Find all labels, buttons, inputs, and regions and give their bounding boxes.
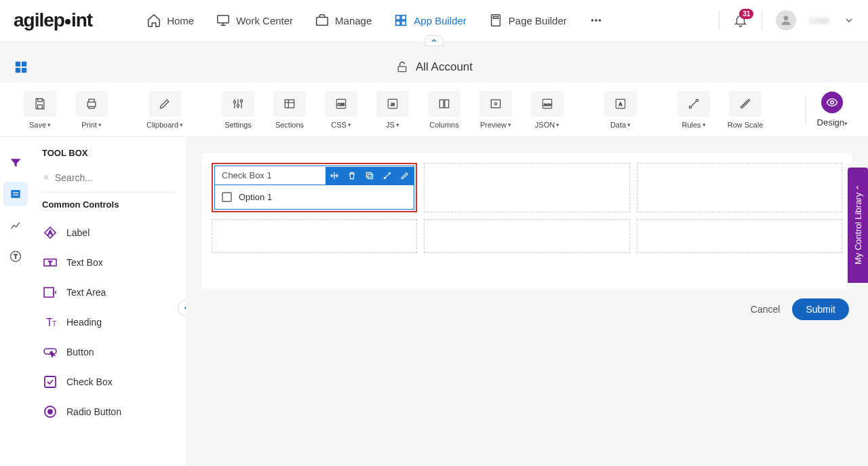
empty-cell[interactable] [212,219,417,253]
section-title: Common Controls [42,199,175,210]
json-button[interactable]: JSON JSON▾ [528,91,567,129]
save-button[interactable]: Save▾ [20,91,60,129]
user-avatar[interactable] [776,10,796,31]
svg-rect-26 [439,100,443,108]
control-label[interactable]: A Label [42,218,175,248]
svg-rect-46 [44,288,54,297]
divider [806,96,806,123]
control-textarea[interactable]: Text Area [42,277,175,307]
data-icon: A [614,97,627,111]
chevron-down-icon[interactable] [844,15,854,26]
rail-filter[interactable] [3,151,28,175]
svg-text:JSON: JSON [543,102,551,106]
empty-cell[interactable] [424,219,629,253]
collapse-toggle[interactable] [425,35,443,46]
nav-manage[interactable]: Manage [315,13,372,28]
preview-label: Preview [480,121,507,129]
rules-button[interactable]: Rules▾ [674,91,713,129]
empty-cell[interactable] [637,219,842,253]
control-button[interactable]: Button [42,337,175,367]
rail-form[interactable] [3,182,28,206]
subheader-title: All Account [416,60,473,74]
sections-button[interactable]: Sections [270,91,309,129]
widget-edit[interactable] [396,167,414,185]
button-icon [42,344,58,360]
apps-grid-button[interactable] [14,60,28,75]
svg-point-42 [45,176,48,179]
css-icon: CSS [334,97,348,111]
svg-rect-13 [22,62,26,66]
row-scale-button[interactable]: Row Scale [726,91,765,129]
settings-button[interactable]: Settings [218,91,258,129]
chevron-left-icon: ‹ [856,182,859,192]
print-label: Print [81,121,97,129]
design-label: Design [817,117,844,128]
nav-home[interactable]: Home [146,13,194,28]
widget-tools [326,167,414,185]
svg-rect-1 [317,17,328,25]
columns-icon [437,97,451,111]
form-canvas[interactable]: Check Box 1 Option 1 [202,153,852,289]
control-radio[interactable]: Radio Button [42,397,175,427]
svg-point-11 [784,16,789,20]
columns-button[interactable]: Columns [425,91,464,129]
svg-rect-28 [491,100,500,108]
preview-button[interactable]: Preview▾ [476,91,515,129]
css-button[interactable]: CSS CSS▾ [321,91,361,129]
empty-cell[interactable] [424,163,629,212]
svg-text:A: A [619,101,623,106]
checkbox-widget[interactable]: Check Box 1 Option 1 [212,163,417,212]
svg-rect-38 [13,193,18,193]
print-button[interactable]: Print▾ [72,91,111,129]
svg-point-56 [389,172,391,174]
my-control-library-tab[interactable]: My Control Library ‹ [848,168,868,283]
widget-copy[interactable] [361,167,378,185]
checkbox-icon [42,374,58,390]
nav-work-center[interactable]: Work Center [216,13,293,28]
toolbox-search[interactable] [42,168,175,193]
control-heading-text: Heading [66,317,102,328]
svg-text:T: T [14,253,17,260]
control-checkbox[interactable]: Check Box [42,367,175,397]
svg-point-19 [237,104,239,106]
checkbox-input[interactable] [222,192,232,202]
notifications-button[interactable]: 31 [733,13,748,28]
radio-icon [42,404,58,420]
search-input[interactable] [55,172,174,183]
design-button[interactable]: Design▾ [817,92,848,128]
svg-point-29 [494,102,496,104]
widget-move[interactable] [326,167,343,185]
sections-label: Sections [275,121,304,129]
nav-page-builder[interactable]: Page Builder [488,13,567,28]
svg-rect-4 [396,21,400,25]
toolbar: Save▾ Print▾ Clipboard▾ Settings Section… [0,83,868,137]
svg-rect-15 [22,68,26,73]
js-button[interactable]: JS JS▾ [373,91,412,129]
data-button[interactable]: A Data▾ [601,91,640,129]
briefcase-icon [315,13,330,28]
rail-chart[interactable] [3,213,28,237]
svg-rect-3 [401,16,406,20]
control-heading[interactable]: TT Heading [42,307,175,337]
nav-app-builder[interactable]: App Builder [393,13,467,28]
control-textbox[interactable]: T Text Box [42,248,175,277]
control-checkbox-text: Check Box [66,376,113,387]
collapse-side-button[interactable] [178,300,186,316]
more-icon [589,13,604,28]
css-label: CSS [331,121,347,129]
svg-text:JS: JS [391,102,395,106]
widget-delete[interactable] [343,167,361,185]
widget-title: Check Box 1 [215,166,326,185]
checkbox-option-label: Option 1 [239,192,272,202]
save-icon [33,97,47,111]
nav-work-center-label: Work Center [236,15,293,26]
clipboard-button[interactable]: Clipboard▾ [145,91,184,129]
page-icon [488,13,503,28]
submit-button[interactable]: Submit [792,298,849,320]
empty-cell[interactable] [637,163,842,212]
rail-text[interactable]: T [3,244,28,269]
nav-more[interactable] [589,13,604,28]
widget-link[interactable] [378,167,396,185]
control-textbox-text: Text Box [66,257,103,268]
cancel-button[interactable]: Cancel [751,304,781,315]
